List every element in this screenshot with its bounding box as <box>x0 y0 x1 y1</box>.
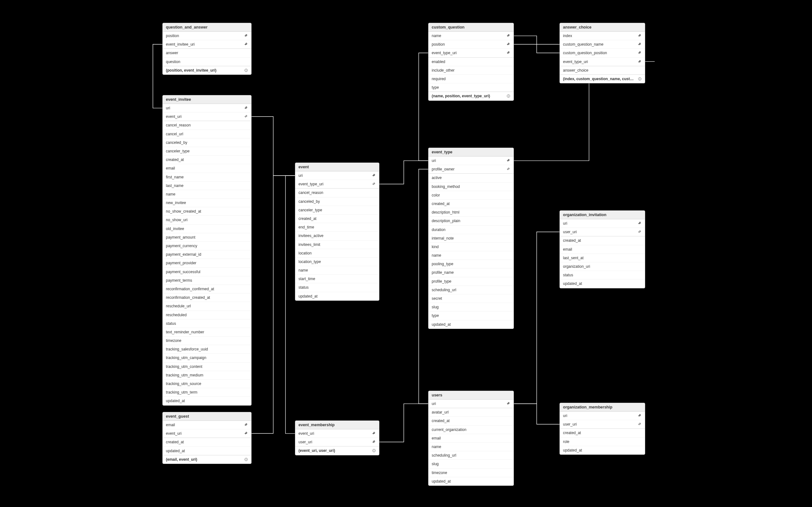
table-column[interactable]: type <box>428 311 513 320</box>
table-column[interactable]: slug <box>428 302 513 311</box>
table-event_membership[interactable]: event_membershipevent_uriuser_uri(event_… <box>295 420 379 455</box>
table-column[interactable]: reschedule_url <box>163 302 251 310</box>
table-column[interactable]: created_at <box>163 155 251 164</box>
table-column[interactable]: cancel_reason <box>295 188 379 197</box>
table-column[interactable]: active <box>428 174 513 182</box>
table-organization_membership[interactable]: organization_membershipuriuser_uricreate… <box>560 403 645 455</box>
table-constraint[interactable]: (event_uri, user_uri) <box>295 447 379 455</box>
table-column[interactable]: uri <box>295 171 379 180</box>
table-column[interactable]: old_invitee <box>163 224 251 233</box>
table-column[interactable]: rescheduled <box>163 311 251 319</box>
table-column[interactable]: color <box>428 191 513 199</box>
table-custom_question[interactable]: custom_questionnamepositionevent_type_ur… <box>428 23 514 101</box>
table-header[interactable]: organization_invitation <box>560 211 645 219</box>
table-column[interactable]: created_at <box>560 236 645 245</box>
table-question_and_answer[interactable]: question_and_answerpositionevent_invitee… <box>162 23 252 75</box>
table-constraint[interactable]: (name, position, event_type_uri) <box>428 92 513 100</box>
table-column[interactable]: no_show_created_at <box>163 207 251 216</box>
table-column[interactable]: role <box>560 437 645 446</box>
table-column[interactable]: uri <box>560 219 645 228</box>
table-column[interactable]: slug <box>428 459 513 468</box>
table-column[interactable]: end_time <box>295 223 379 231</box>
table-column[interactable]: updated_at <box>560 279 645 288</box>
table-column[interactable]: scheduling_url <box>428 285 513 294</box>
table-column[interactable]: payment_external_id <box>163 250 251 259</box>
table-column[interactable]: location_type <box>295 257 379 266</box>
table-column[interactable]: profile_name <box>428 268 513 277</box>
table-column[interactable]: event_type_uri <box>428 49 513 57</box>
table-column[interactable]: canceled_by <box>295 197 379 206</box>
table-column[interactable]: email <box>163 164 251 172</box>
table-column[interactable]: timezone <box>163 336 251 345</box>
table-column[interactable]: user_uri <box>560 420 645 429</box>
table-column[interactable]: duration <box>428 225 513 234</box>
table-organization_invitation[interactable]: organization_invitationuriuser_uricreate… <box>560 210 645 288</box>
table-column[interactable]: canceler_type <box>163 147 251 155</box>
table-column[interactable]: last_sent_at <box>560 253 645 262</box>
table-users[interactable]: usersuriavatar_urlcreated_atcurrent_orga… <box>428 391 514 486</box>
table-event_invitee[interactable]: event_inviteeurievent_uricancel_reasonca… <box>162 95 252 406</box>
table-column[interactable]: event_type_uri <box>560 57 645 66</box>
table-column[interactable]: cancel_reason <box>163 121 251 129</box>
table-column[interactable]: cancel_url <box>163 130 251 138</box>
table-column[interactable]: name <box>163 190 251 199</box>
table-column[interactable]: created_at <box>428 416 513 425</box>
table-column[interactable]: name <box>428 32 513 40</box>
table-column[interactable]: avatar_url <box>428 408 513 416</box>
table-column[interactable]: created_at <box>560 429 645 437</box>
table-column[interactable]: description_html <box>428 208 513 216</box>
table-column[interactable]: payment_currency <box>163 241 251 250</box>
table-column[interactable]: include_other <box>428 66 513 74</box>
table-column[interactable]: profile_owner <box>428 165 513 173</box>
table-column[interactable]: description_plain <box>428 216 513 225</box>
table-header[interactable]: event_membership <box>295 421 379 429</box>
table-column[interactable]: updated_at <box>295 292 379 300</box>
table-column[interactable]: custom_question_position <box>560 49 645 57</box>
table-column[interactable]: canceled_by <box>163 138 251 147</box>
table-column[interactable]: booking_method <box>428 182 513 191</box>
table-header[interactable]: event_guest <box>163 412 251 421</box>
table-column[interactable]: organization_uri <box>560 262 645 271</box>
table-column[interactable]: email <box>163 421 251 429</box>
table-column[interactable]: new_invitee <box>163 199 251 207</box>
table-column[interactable]: event_invitee_uri <box>163 40 251 49</box>
table-column[interactable]: uri <box>163 104 251 112</box>
table-column[interactable]: pooling_type <box>428 260 513 268</box>
table-column[interactable]: kind <box>428 242 513 251</box>
table-column[interactable]: invitees_active <box>295 231 379 240</box>
table-header[interactable]: question_and_answer <box>163 23 251 32</box>
table-column[interactable]: type <box>428 83 513 92</box>
table-column[interactable]: secret <box>428 294 513 302</box>
table-column[interactable]: last_name <box>163 181 251 190</box>
table-column[interactable]: scheduling_url <box>428 451 513 459</box>
table-column[interactable]: reconfirmation_created_at <box>163 293 251 302</box>
table-column[interactable]: tracking_utm_term <box>163 388 251 396</box>
table-column[interactable]: email <box>428 434 513 442</box>
table-column[interactable]: payment_amount <box>163 233 251 241</box>
table-column[interactable]: current_organization <box>428 425 513 434</box>
table-event_guest[interactable]: event_guestemailevent_uricreated_atupdat… <box>162 412 252 464</box>
table-column[interactable]: created_at <box>295 214 379 223</box>
table-column[interactable]: email <box>560 245 645 253</box>
table-column[interactable]: updated_at <box>560 446 645 454</box>
table-column[interactable]: updated_at <box>428 320 513 329</box>
table-header[interactable]: custom_question <box>428 23 513 32</box>
table-column[interactable]: status <box>560 271 645 279</box>
table-column[interactable]: updated_at <box>163 396 251 405</box>
table-column[interactable]: uri <box>428 400 513 408</box>
table-column[interactable]: event_uri <box>163 429 251 438</box>
table-column[interactable]: canceler_type <box>295 206 379 214</box>
table-column[interactable]: invitees_limit <box>295 240 379 249</box>
table-column[interactable]: custom_question_name <box>560 40 645 49</box>
table-column[interactable]: payment_terms <box>163 276 251 285</box>
table-column[interactable]: tracking_utm_source <box>163 379 251 388</box>
table-column[interactable]: timezone <box>428 468 513 477</box>
table-answer_choice[interactable]: answer_choiceindexcustom_question_namecu… <box>560 23 645 83</box>
table-column[interactable]: text_reminder_number <box>163 328 251 336</box>
table-column[interactable]: event_uri <box>295 429 379 438</box>
table-event[interactable]: eventurievent_type_uricancel_reasoncance… <box>295 163 379 301</box>
table-column[interactable]: position <box>428 40 513 49</box>
table-header[interactable]: event_invitee <box>163 95 251 104</box>
table-column[interactable]: updated_at <box>428 477 513 486</box>
table-column[interactable]: first_name <box>163 173 251 181</box>
